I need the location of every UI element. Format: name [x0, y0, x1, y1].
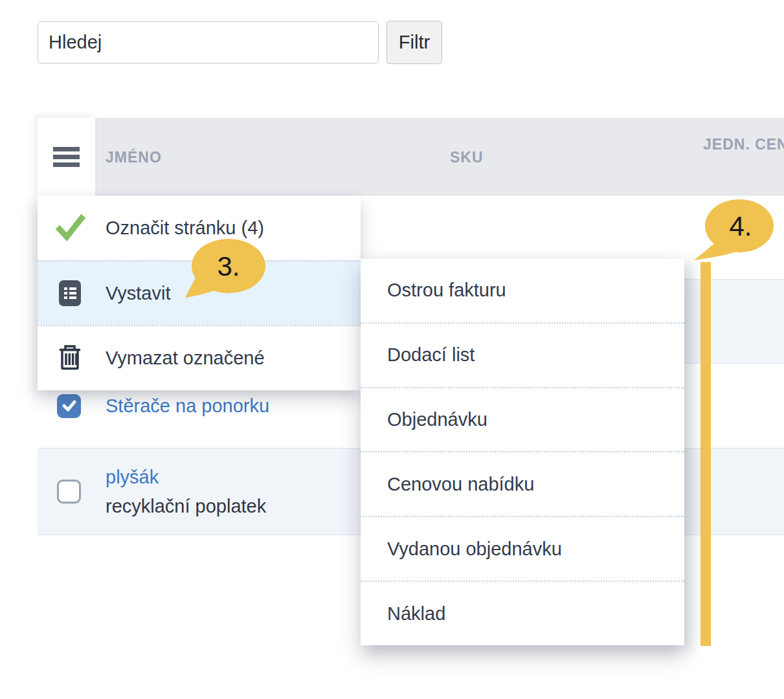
product-link[interactable]: plyšák	[106, 467, 159, 487]
check-icon	[54, 212, 85, 243]
menu-item-label: Vystavit	[106, 283, 170, 304]
submenu-item-order[interactable]: Objednávku	[361, 387, 684, 452]
check-icon	[61, 397, 78, 414]
document-icon	[54, 278, 85, 308]
submenu-item-delivery-note[interactable]: Dodací list	[361, 322, 684, 387]
column-header-sku[interactable]: SKU	[450, 149, 484, 166]
menu-item-label: Vymazat označené	[106, 348, 265, 369]
annotation-step-3: 3.	[181, 238, 269, 303]
trash-icon	[54, 342, 85, 373]
annotation-highlight-bar	[700, 262, 711, 646]
filter-button[interactable]: Filtr	[386, 21, 442, 64]
column-header-unit-price[interactable]: JEDN. CENA	[703, 136, 784, 153]
submenu-item-invoice[interactable]: Ostrou fakturu	[361, 259, 684, 322]
menu-item-delete-selected[interactable]: Vymazat označené	[38, 325, 361, 390]
submenu-item-expense[interactable]: Náklad	[361, 581, 684, 645]
submenu-item-quote[interactable]: Cenovou nabídku	[361, 451, 684, 516]
annotation-step-3-label: 3.	[217, 251, 240, 282]
annotation-step-4: 4.	[685, 198, 779, 264]
product-cell: plyšák recyklační poplatek	[106, 463, 266, 521]
search-input[interactable]	[38, 21, 379, 63]
menu-item-label: Označit stránku (4)	[106, 217, 264, 239]
product-subtitle: recyklační poplatek	[106, 492, 266, 521]
table-header: JMÉNO SKU JEDN. CENA	[38, 118, 784, 195]
submenu-item-issued-order[interactable]: Vydanou objednávku	[361, 516, 684, 581]
hamburger-icon	[53, 147, 80, 167]
row-checkbox-unchecked[interactable]	[57, 480, 81, 504]
annotation-step-4-label: 4.	[729, 211, 752, 241]
column-header-name[interactable]: JMÉNO	[106, 149, 162, 166]
row-checkbox-checked[interactable]	[57, 394, 81, 418]
product-link[interactable]: Stěrače na ponorku	[106, 395, 269, 417]
bulk-actions-button[interactable]	[38, 118, 95, 196]
issue-submenu: Ostrou fakturu Dodací list Objednávku Ce…	[361, 259, 684, 645]
